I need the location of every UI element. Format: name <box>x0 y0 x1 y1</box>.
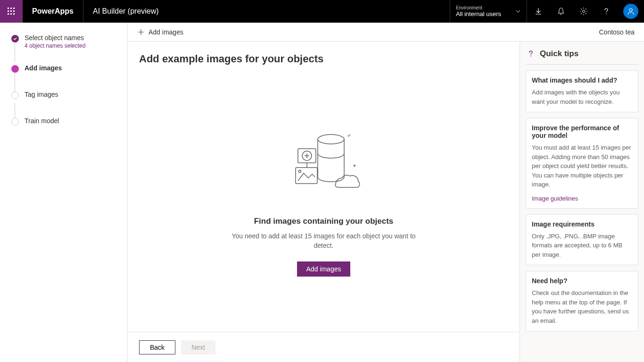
app-name[interactable]: PowerApps <box>23 0 83 23</box>
empty-description: You need to add at least 15 images for e… <box>225 232 423 250</box>
empty-illustration-icon <box>284 130 364 198</box>
step-add-images[interactable]: Add images <box>11 64 127 91</box>
step-select-object-names[interactable]: Select object names 4 object names selec… <box>11 34 127 64</box>
page-title: AI Builder (preview) <box>83 7 168 16</box>
quick-tips-panel: Quick tips What images should I add? Add… <box>520 42 644 362</box>
image-guidelines-link[interactable]: Image guidelines <box>532 195 578 202</box>
tip-card: Improve the performance of your model Yo… <box>526 118 638 209</box>
settings-button[interactable] <box>572 0 595 23</box>
add-images-toolbar-button[interactable]: Add images <box>137 28 183 36</box>
person-icon <box>627 7 635 16</box>
env-label: Environment <box>456 5 501 10</box>
empty-state: Find images containing your objects You … <box>139 56 508 351</box>
step-subtitle: 4 object names selected <box>25 42 85 49</box>
svg-rect-6 <box>8 13 9 15</box>
step-title: Tag images <box>25 91 58 98</box>
tip-card: Image requirements Only .JPG, .PNG, .BMP… <box>526 214 638 266</box>
step-tag-images[interactable]: Tag images <box>11 91 127 117</box>
step-pending-icon <box>11 92 19 99</box>
wizard-steps: Select object names 4 object names selec… <box>0 23 127 362</box>
tip-body: Add images with the objects you want you… <box>532 88 632 106</box>
tips-header-title: Quick tips <box>540 49 578 59</box>
back-button[interactable]: Back <box>139 340 175 354</box>
tip-body: Only .JPG, .PNG, .BMP image formats are … <box>532 232 632 260</box>
toolbar: Add images Contoso tea <box>128 23 644 42</box>
environment-picker[interactable]: Environment All internal users <box>450 0 527 23</box>
help-icon <box>527 50 535 58</box>
tip-body: You must add at least 15 images per obje… <box>532 143 632 189</box>
tip-title: Need help? <box>532 277 632 285</box>
tip-title: What images should I add? <box>532 76 632 84</box>
svg-point-11 <box>318 135 344 144</box>
step-title: Select object names <box>25 34 85 42</box>
waffle-icon <box>8 8 15 15</box>
svg-rect-7 <box>10 13 12 15</box>
wizard-footer: Back Next <box>128 332 520 362</box>
svg-rect-8 <box>13 13 15 15</box>
help-icon <box>602 7 611 16</box>
svg-rect-3 <box>8 10 9 12</box>
tip-body: Check out the documentation in the help … <box>532 288 632 325</box>
svg-point-10 <box>629 8 632 11</box>
empty-title: Find images containing your objects <box>254 217 394 226</box>
notifications-button[interactable] <box>550 0 572 23</box>
step-title: Train model <box>25 117 59 125</box>
user-avatar[interactable] <box>623 4 638 19</box>
bell-icon <box>557 7 565 16</box>
add-images-button[interactable]: Add images <box>297 261 351 277</box>
tip-card: Need help? Check out the documentation i… <box>526 271 638 331</box>
download-icon <box>534 7 543 16</box>
model-name: Contoso tea <box>599 28 635 36</box>
chevron-down-icon <box>515 8 521 14</box>
main-panel: Add images Contoso tea Add example image… <box>127 23 644 362</box>
svg-rect-4 <box>10 10 12 12</box>
svg-rect-2 <box>13 8 15 9</box>
step-current-icon <box>11 65 19 73</box>
step-pending-icon <box>11 118 19 126</box>
step-train-model[interactable]: Train model <box>11 117 127 143</box>
svg-rect-1 <box>10 8 12 9</box>
next-button[interactable]: Next <box>181 340 215 354</box>
gear-icon <box>579 7 588 16</box>
tip-title: Image requirements <box>532 220 632 228</box>
toolbar-label: Add images <box>149 28 183 36</box>
step-title: Add images <box>25 64 62 72</box>
svg-rect-5 <box>13 10 15 12</box>
svg-rect-0 <box>8 8 9 9</box>
app-header: PowerApps AI Builder (preview) Environme… <box>0 0 644 23</box>
waffle-button[interactable] <box>0 0 23 23</box>
plus-icon <box>137 28 145 36</box>
env-value: All internal users <box>456 10 501 17</box>
download-button[interactable] <box>527 0 550 23</box>
help-button[interactable] <box>595 0 618 23</box>
svg-point-9 <box>583 10 585 13</box>
tip-title: Improve the performance of your model <box>532 124 632 139</box>
tip-card: What images should I add? Add images wit… <box>526 70 638 112</box>
step-done-icon <box>11 35 19 42</box>
